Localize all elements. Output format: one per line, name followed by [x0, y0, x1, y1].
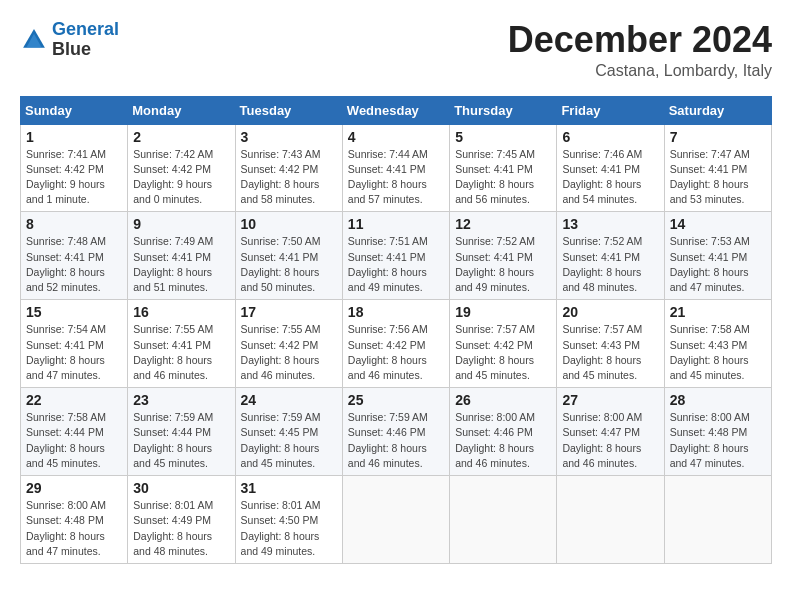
- day-number: 5: [455, 129, 551, 145]
- calendar-cell: 15Sunrise: 7:54 AMSunset: 4:41 PMDayligh…: [21, 300, 128, 388]
- day-number: 30: [133, 480, 229, 496]
- day-number: 19: [455, 304, 551, 320]
- day-number: 31: [241, 480, 337, 496]
- calendar-cell: 18Sunrise: 7:56 AMSunset: 4:42 PMDayligh…: [342, 300, 449, 388]
- calendar-cell: 30Sunrise: 8:01 AMSunset: 4:49 PMDayligh…: [128, 476, 235, 564]
- calendar-cell: [557, 476, 664, 564]
- calendar-cell: [342, 476, 449, 564]
- day-number: 8: [26, 216, 122, 232]
- calendar-cell: 22Sunrise: 7:58 AMSunset: 4:44 PMDayligh…: [21, 388, 128, 476]
- day-number: 2: [133, 129, 229, 145]
- calendar-cell: 10Sunrise: 7:50 AMSunset: 4:41 PMDayligh…: [235, 212, 342, 300]
- day-number: 27: [562, 392, 658, 408]
- day-number: 11: [348, 216, 444, 232]
- logo: General Blue: [20, 20, 119, 60]
- weekday-header-sunday: Sunday: [21, 96, 128, 124]
- calendar-cell: 7Sunrise: 7:47 AMSunset: 4:41 PMDaylight…: [664, 124, 771, 212]
- day-info: Sunrise: 8:00 AMSunset: 4:47 PMDaylight:…: [562, 410, 658, 471]
- weekday-header-tuesday: Tuesday: [235, 96, 342, 124]
- day-number: 24: [241, 392, 337, 408]
- day-number: 15: [26, 304, 122, 320]
- calendar-cell: 2Sunrise: 7:42 AMSunset: 4:42 PMDaylight…: [128, 124, 235, 212]
- calendar-cell: 5Sunrise: 7:45 AMSunset: 4:41 PMDaylight…: [450, 124, 557, 212]
- day-info: Sunrise: 7:59 AMSunset: 4:46 PMDaylight:…: [348, 410, 444, 471]
- calendar-cell: 29Sunrise: 8:00 AMSunset: 4:48 PMDayligh…: [21, 476, 128, 564]
- location-subtitle: Castana, Lombardy, Italy: [508, 62, 772, 80]
- day-number: 18: [348, 304, 444, 320]
- calendar-cell: 12Sunrise: 7:52 AMSunset: 4:41 PMDayligh…: [450, 212, 557, 300]
- calendar-table: SundayMondayTuesdayWednesdayThursdayFrid…: [20, 96, 772, 564]
- calendar-cell: 31Sunrise: 8:01 AMSunset: 4:50 PMDayligh…: [235, 476, 342, 564]
- day-number: 26: [455, 392, 551, 408]
- day-info: Sunrise: 7:59 AMSunset: 4:45 PMDaylight:…: [241, 410, 337, 471]
- page-header: General Blue December 2024 Castana, Lomb…: [20, 20, 772, 80]
- weekday-header-friday: Friday: [557, 96, 664, 124]
- calendar-cell: 25Sunrise: 7:59 AMSunset: 4:46 PMDayligh…: [342, 388, 449, 476]
- day-number: 9: [133, 216, 229, 232]
- day-info: Sunrise: 7:59 AMSunset: 4:44 PMDaylight:…: [133, 410, 229, 471]
- day-number: 3: [241, 129, 337, 145]
- calendar-week-3: 15Sunrise: 7:54 AMSunset: 4:41 PMDayligh…: [21, 300, 772, 388]
- day-number: 1: [26, 129, 122, 145]
- day-info: Sunrise: 7:53 AMSunset: 4:41 PMDaylight:…: [670, 234, 766, 295]
- calendar-cell: 28Sunrise: 8:00 AMSunset: 4:48 PMDayligh…: [664, 388, 771, 476]
- day-info: Sunrise: 7:42 AMSunset: 4:42 PMDaylight:…: [133, 147, 229, 208]
- day-number: 25: [348, 392, 444, 408]
- calendar-week-2: 8Sunrise: 7:48 AMSunset: 4:41 PMDaylight…: [21, 212, 772, 300]
- day-info: Sunrise: 8:01 AMSunset: 4:49 PMDaylight:…: [133, 498, 229, 559]
- calendar-cell: 1Sunrise: 7:41 AMSunset: 4:42 PMDaylight…: [21, 124, 128, 212]
- day-number: 14: [670, 216, 766, 232]
- title-block: December 2024 Castana, Lombardy, Italy: [508, 20, 772, 80]
- day-info: Sunrise: 7:57 AMSunset: 4:42 PMDaylight:…: [455, 322, 551, 383]
- calendar-week-1: 1Sunrise: 7:41 AMSunset: 4:42 PMDaylight…: [21, 124, 772, 212]
- day-number: 17: [241, 304, 337, 320]
- calendar-cell: 26Sunrise: 8:00 AMSunset: 4:46 PMDayligh…: [450, 388, 557, 476]
- day-number: 13: [562, 216, 658, 232]
- calendar-cell: [664, 476, 771, 564]
- day-number: 20: [562, 304, 658, 320]
- calendar-cell: 3Sunrise: 7:43 AMSunset: 4:42 PMDaylight…: [235, 124, 342, 212]
- calendar-cell: [450, 476, 557, 564]
- calendar-cell: 24Sunrise: 7:59 AMSunset: 4:45 PMDayligh…: [235, 388, 342, 476]
- calendar-cell: 13Sunrise: 7:52 AMSunset: 4:41 PMDayligh…: [557, 212, 664, 300]
- logo-text: General Blue: [52, 20, 119, 60]
- weekday-header-monday: Monday: [128, 96, 235, 124]
- day-number: 21: [670, 304, 766, 320]
- calendar-cell: 6Sunrise: 7:46 AMSunset: 4:41 PMDaylight…: [557, 124, 664, 212]
- day-info: Sunrise: 7:46 AMSunset: 4:41 PMDaylight:…: [562, 147, 658, 208]
- day-number: 22: [26, 392, 122, 408]
- calendar-cell: 16Sunrise: 7:55 AMSunset: 4:41 PMDayligh…: [128, 300, 235, 388]
- day-number: 10: [241, 216, 337, 232]
- day-info: Sunrise: 8:01 AMSunset: 4:50 PMDaylight:…: [241, 498, 337, 559]
- day-info: Sunrise: 7:58 AMSunset: 4:43 PMDaylight:…: [670, 322, 766, 383]
- month-title: December 2024: [508, 20, 772, 60]
- calendar-cell: 17Sunrise: 7:55 AMSunset: 4:42 PMDayligh…: [235, 300, 342, 388]
- day-info: Sunrise: 7:44 AMSunset: 4:41 PMDaylight:…: [348, 147, 444, 208]
- day-info: Sunrise: 7:57 AMSunset: 4:43 PMDaylight:…: [562, 322, 658, 383]
- day-info: Sunrise: 7:58 AMSunset: 4:44 PMDaylight:…: [26, 410, 122, 471]
- day-info: Sunrise: 8:00 AMSunset: 4:48 PMDaylight:…: [670, 410, 766, 471]
- calendar-cell: 9Sunrise: 7:49 AMSunset: 4:41 PMDaylight…: [128, 212, 235, 300]
- calendar-cell: 4Sunrise: 7:44 AMSunset: 4:41 PMDaylight…: [342, 124, 449, 212]
- weekday-header-wednesday: Wednesday: [342, 96, 449, 124]
- calendar-cell: 19Sunrise: 7:57 AMSunset: 4:42 PMDayligh…: [450, 300, 557, 388]
- day-number: 16: [133, 304, 229, 320]
- day-info: Sunrise: 8:00 AMSunset: 4:46 PMDaylight:…: [455, 410, 551, 471]
- day-info: Sunrise: 7:51 AMSunset: 4:41 PMDaylight:…: [348, 234, 444, 295]
- day-number: 4: [348, 129, 444, 145]
- day-info: Sunrise: 7:55 AMSunset: 4:42 PMDaylight:…: [241, 322, 337, 383]
- calendar-week-5: 29Sunrise: 8:00 AMSunset: 4:48 PMDayligh…: [21, 476, 772, 564]
- day-number: 28: [670, 392, 766, 408]
- day-info: Sunrise: 7:47 AMSunset: 4:41 PMDaylight:…: [670, 147, 766, 208]
- day-number: 6: [562, 129, 658, 145]
- day-info: Sunrise: 7:43 AMSunset: 4:42 PMDaylight:…: [241, 147, 337, 208]
- calendar-week-4: 22Sunrise: 7:58 AMSunset: 4:44 PMDayligh…: [21, 388, 772, 476]
- day-info: Sunrise: 7:45 AMSunset: 4:41 PMDaylight:…: [455, 147, 551, 208]
- day-info: Sunrise: 7:48 AMSunset: 4:41 PMDaylight:…: [26, 234, 122, 295]
- day-info: Sunrise: 7:55 AMSunset: 4:41 PMDaylight:…: [133, 322, 229, 383]
- day-info: Sunrise: 7:52 AMSunset: 4:41 PMDaylight:…: [455, 234, 551, 295]
- day-info: Sunrise: 7:50 AMSunset: 4:41 PMDaylight:…: [241, 234, 337, 295]
- calendar-cell: 20Sunrise: 7:57 AMSunset: 4:43 PMDayligh…: [557, 300, 664, 388]
- day-number: 12: [455, 216, 551, 232]
- day-info: Sunrise: 7:56 AMSunset: 4:42 PMDaylight:…: [348, 322, 444, 383]
